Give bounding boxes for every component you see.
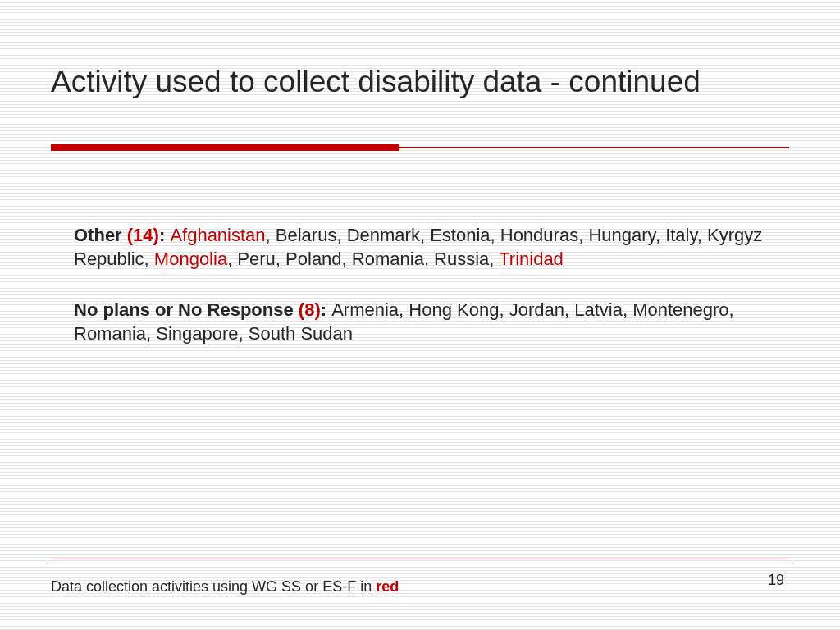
section-item: Russia <box>434 249 489 269</box>
section-item: Honduras <box>500 225 578 245</box>
section-item: Armenia <box>331 299 399 320</box>
title-rule-thin <box>399 147 789 148</box>
section-count: (14) <box>127 225 159 245</box>
section-item: Estonia <box>430 225 490 245</box>
footer-rule <box>51 559 789 559</box>
body-content: Other (14): Afghanistan, Belarus, Denmar… <box>74 224 774 373</box>
footer-note: Data collection activities using WG SS o… <box>51 578 399 596</box>
section-item: Belarus <box>276 225 337 245</box>
section-item: Hong Kong <box>409 299 499 320</box>
section-item: Montenegro <box>632 299 728 320</box>
section-count: (8) <box>299 299 321 320</box>
section-item: Singapore <box>156 323 238 344</box>
section-item: Latvia <box>574 299 623 320</box>
page-number: 19 <box>768 572 784 589</box>
section-item: Afghanistan <box>170 225 265 245</box>
title-rule <box>51 144 789 153</box>
section-label: No plans or No Response <box>74 299 299 320</box>
section-colon: : <box>159 225 170 245</box>
title-rule-thick <box>51 144 399 151</box>
section-item: Denmark <box>347 225 420 245</box>
footer-note-red: red <box>376 578 399 595</box>
title-area: Activity used to collect disability data… <box>51 64 789 100</box>
section-item: Romania <box>352 249 424 269</box>
section-label: Other <box>74 225 127 245</box>
section-item: Peru <box>237 249 275 269</box>
section-item: Mongolia <box>154 249 227 269</box>
section-item: Trinidad <box>499 249 564 269</box>
slide-title: Activity used to collect disability data… <box>51 64 789 100</box>
section-colon: : <box>321 299 331 320</box>
section-item: Poland <box>285 249 342 269</box>
section-0: Other (14): Afghanistan, Belarus, Denmar… <box>74 224 774 271</box>
footer-note-prefix: Data collection activities using WG SS o… <box>51 578 376 595</box>
section-item: Romania <box>74 323 146 344</box>
section-item: Hungary <box>588 225 655 245</box>
section-item: Jordan <box>509 299 564 320</box>
section-item: South Sudan <box>249 323 353 344</box>
slide: Activity used to collect disability data… <box>0 0 840 630</box>
section-1: No plans or No Response (8): Armenia, Ho… <box>74 299 774 345</box>
section-item: Italy <box>665 225 697 245</box>
